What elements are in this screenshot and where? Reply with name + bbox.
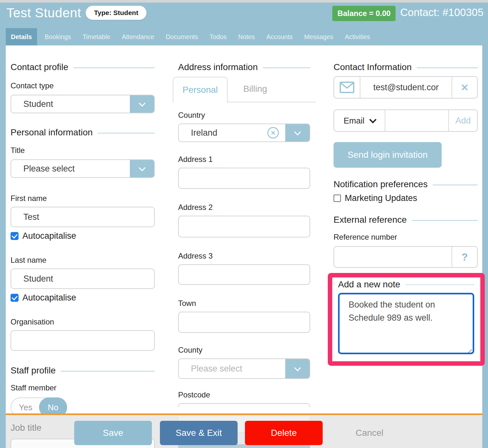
notification-preferences-heading: Notification preferences [334,179,478,189]
heading-divider [61,371,155,372]
note-area: Booked the student on Schedule 989 as we… [338,293,474,356]
new-note-textarea[interactable]: Booked the student on Schedule 989 as we… [338,293,474,354]
tab-billing-address[interactable]: Billing [228,76,283,102]
tab-accounts[interactable]: Accounts [263,28,296,45]
add-contact-method-row: Email Add [334,109,478,132]
heading-divider [412,220,478,221]
delete-button[interactable]: Delete [245,421,323,445]
town-field[interactable] [178,312,310,333]
external-reference-heading: External reference [334,215,478,225]
heading-divider [405,284,474,285]
contact-information-heading: Contact Information [334,62,478,72]
tab-attendance[interactable]: Attendance [118,28,158,45]
new-contact-method-field[interactable] [385,110,448,131]
add-contact-method-button[interactable]: Add [449,110,477,131]
address-information-heading-text: Address information [178,62,258,72]
chevron-down-icon [369,116,376,124]
tab-todos[interactable]: Todos [206,28,230,45]
action-bar: Job title BY Save Save & Exit Delete Can… [6,413,482,448]
last-name-label: Last name [11,256,155,265]
primary-email-row: test@student.cor ✕ [334,76,478,99]
column-contact-profile: Contact profile Contact type Student Per… [11,62,155,417]
contact-type-value: Student [11,95,130,113]
send-login-invitation-button[interactable]: Send login invitation [334,142,442,168]
country-select[interactable]: Ireland ✕ [178,124,310,142]
address1-label: Address 1 [178,155,310,164]
first-name-label: First name [11,194,155,203]
staff-profile-heading-text: Staff profile [11,365,56,376]
reference-number-label: Reference number [334,233,478,242]
help-icon[interactable]: ? [452,247,477,267]
address3-field[interactable] [178,264,310,285]
title-select[interactable]: Please select [11,159,155,178]
staff-member-label: Staff member [11,383,155,392]
primary-email-value: test@student.cor [360,77,452,98]
address1-field[interactable] [178,168,310,189]
chevron-down-icon [138,164,145,171]
cancel-button[interactable]: Cancel [331,421,408,445]
contact-profile-heading-text: Contact profile [11,62,68,72]
tab-messages[interactable]: Messages [300,28,337,45]
tab-documents[interactable]: Documents [162,28,202,45]
heading-divider [417,68,478,68]
marketing-updates-label: Marketing Updates [345,193,417,203]
notification-preferences-heading-text: Notification preferences [334,179,428,189]
autocapitalise-label: Autocapitalise [22,231,76,241]
save-button[interactable]: Save [74,421,152,445]
county-dropdown-button[interactable] [285,359,310,378]
address2-label: Address 2 [178,203,310,212]
job-title-label: Job title [11,423,42,433]
tab-timetable[interactable]: Timetable [79,28,114,45]
email-envelope-icon [334,77,360,98]
remove-email-button[interactable]: ✕ [452,77,477,98]
checked-checkbox-icon[interactable] [11,232,19,240]
country-value: Ireland [179,124,267,141]
marketing-updates-option[interactable]: Marketing Updates [334,193,478,203]
contact-information-heading-text: Contact Information [334,62,412,72]
unchecked-checkbox-icon[interactable] [334,195,341,202]
last-name-field[interactable] [11,268,155,289]
organisation-field[interactable] [11,330,155,351]
contact-type-dropdown-button[interactable] [130,95,154,113]
personal-information-heading-text: Personal information [11,127,93,138]
address2-field[interactable] [178,216,310,237]
chevron-down-icon [138,100,145,107]
organisation-label: Organisation [11,317,155,326]
tab-personal-address[interactable]: Personal [173,77,228,102]
tab-bookings[interactable]: Bookings [41,28,75,45]
contact-type-badge: Type: Student [86,6,146,20]
title-value: Please select [11,160,130,177]
clear-country-icon[interactable]: ✕ [267,127,279,139]
county-placeholder: Please select [179,359,285,378]
heading-divider [98,133,155,133]
tab-notes[interactable]: Notes [234,28,259,45]
first-name-autocapitalise[interactable]: Autocapitalise [11,231,155,241]
checked-checkbox-icon[interactable] [11,294,19,302]
country-dropdown-button[interactable] [285,124,310,141]
column-contact-information: Contact Information test@student.cor ✕ E… [334,62,478,417]
tab-activities[interactable]: Activities [341,28,374,45]
contact-type-select[interactable]: Student [11,95,155,113]
town-label: Town [178,299,310,308]
page-title: Test Student [6,5,81,20]
heading-divider [433,185,478,185]
balance-badge: Balance = 0.00 [332,6,396,21]
address-information-heading: Address information [178,62,310,72]
title-dropdown-button[interactable] [130,160,154,177]
tab-details[interactable]: Details [6,28,37,45]
last-name-autocapitalise[interactable]: Autocapitalise [11,293,155,303]
add-note-highlight-box: Add a new note Booked the student on Sch… [328,273,485,366]
postcode-label: Postcode [178,390,310,399]
reference-number-field[interactable] [334,247,452,267]
heading-divider [74,68,155,68]
first-name-field[interactable] [11,207,155,227]
window-top-strip [0,0,488,3]
address3-label: Address 3 [178,252,310,260]
address-tabs: Personal Billing [173,77,316,102]
postcode-field[interactable] [178,403,310,407]
reference-number-row: ? [334,246,478,268]
chevron-down-icon [294,129,301,135]
save-and-exit-button[interactable]: Save & Exit [160,421,238,445]
county-select[interactable]: Please select [178,358,310,379]
contact-method-select[interactable]: Email [334,110,385,131]
